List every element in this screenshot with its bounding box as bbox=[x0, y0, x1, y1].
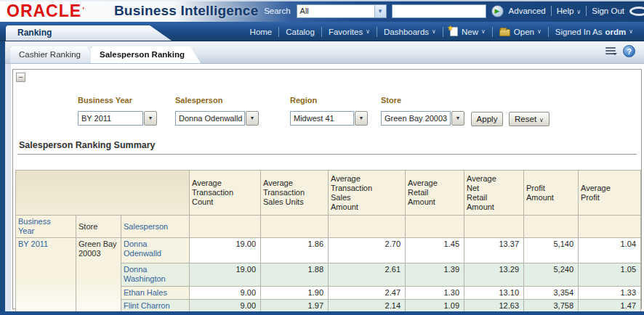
col-header-avg-transaction-count[interactable]: Average Transaction Count bbox=[190, 171, 261, 216]
open-label: Open bbox=[514, 28, 534, 36]
nav-open[interactable]: Open∨ bbox=[493, 22, 548, 41]
dropdown-arrow-icon[interactable]: ▼ bbox=[144, 111, 157, 126]
search-scope-select[interactable]: All ▾ bbox=[297, 4, 387, 18]
dashboard-tab-ranking[interactable]: Ranking bbox=[6, 25, 172, 41]
nav-dashboards[interactable]: Dashboards∨ bbox=[377, 22, 443, 41]
salesperson-ranking-table: Average Transaction Count Average Transa… bbox=[15, 170, 641, 313]
value-cell: 3,354 bbox=[524, 287, 579, 300]
business-year-label: Business Year bbox=[78, 96, 132, 105]
col-header-avg-transaction-sales-amount[interactable]: Average Transaction Sales Amount bbox=[329, 171, 406, 216]
tab-cashier-ranking[interactable]: Cashier Ranking bbox=[10, 46, 97, 63]
salesperson-value: Donna Odenwalld bbox=[175, 111, 245, 126]
chevron-down-icon: ∨ bbox=[539, 117, 544, 123]
apply-button[interactable]: Apply bbox=[471, 112, 503, 126]
left-navy-strip bbox=[0, 41, 5, 311]
help-icon[interactable]: ? bbox=[623, 45, 635, 57]
sign-out-link[interactable]: Sign Out bbox=[592, 7, 624, 15]
go-arrow-icon: ▶ bbox=[495, 8, 500, 15]
store-cell: Green Bay 20003 bbox=[76, 238, 121, 313]
nav-home[interactable]: Home bbox=[243, 22, 279, 41]
table-row: BY 2011 Green Bay 20003 Donna Odenwalld … bbox=[16, 238, 641, 263]
value-cell: 1.88 bbox=[261, 263, 329, 287]
value-cell: 1.86 bbox=[261, 238, 329, 263]
salesperson-link[interactable]: Donna Odenwalld bbox=[121, 238, 190, 263]
business-year-select[interactable]: BY 2011 ▼ bbox=[78, 111, 157, 126]
pivot-corner-cell bbox=[16, 171, 190, 216]
value-cell: 1.45 bbox=[406, 238, 464, 263]
col-header-avg-profit[interactable]: Average Profit bbox=[579, 171, 641, 216]
value-cell: 19.00 bbox=[190, 263, 261, 287]
col-header-profit-amount[interactable]: Profit Amount bbox=[524, 171, 579, 216]
business-year-value: BY 2011 bbox=[78, 111, 143, 126]
search-label: Search bbox=[264, 7, 290, 15]
advanced-link[interactable]: Advanced bbox=[509, 7, 546, 15]
signed-in-menu[interactable]: Signed In Asordm∨ bbox=[549, 22, 640, 41]
help-label: Help bbox=[557, 7, 574, 15]
salesperson-label: Salesperson bbox=[175, 96, 222, 105]
salesperson-link[interactable]: Donna Washington bbox=[121, 263, 190, 287]
col-header-business-year[interactable]: Business Year bbox=[16, 216, 76, 238]
dashboards-label: Dashboards bbox=[384, 28, 429, 36]
value-cell: 2.14 bbox=[329, 300, 406, 313]
header-spacer-cell bbox=[406, 216, 464, 238]
collapse-section-button[interactable]: − bbox=[16, 73, 25, 82]
value-cell: 1.39 bbox=[406, 263, 464, 287]
dropdown-arrow-icon[interactable]: ▼ bbox=[451, 111, 464, 126]
nav-new[interactable]: ★New∨ bbox=[443, 22, 492, 41]
nav-favorites[interactable]: Favorites∨ bbox=[322, 22, 377, 41]
col-header-avg-retail-amount[interactable]: Average Retail Amount bbox=[406, 171, 464, 216]
value-cell: 1.97 bbox=[261, 300, 329, 313]
header-spacer-cell bbox=[190, 216, 261, 238]
open-folder-icon bbox=[499, 29, 510, 36]
divider bbox=[586, 6, 587, 16]
reset-button[interactable]: Reset∨ bbox=[509, 112, 550, 126]
dropdown-arrow-icon[interactable]: ▼ bbox=[355, 111, 368, 126]
oracle-oval-icon bbox=[629, 7, 644, 16]
page-tab-bar: Cashier Ranking Salesperson Ranking ? bbox=[0, 41, 644, 64]
signed-in-label: Signed In As bbox=[555, 28, 603, 36]
col-header-salesperson[interactable]: Salesperson bbox=[121, 216, 190, 238]
oracle-logo: ORACLE’ bbox=[7, 1, 85, 20]
tab-salesperson-ranking[interactable]: Salesperson Ranking bbox=[91, 46, 201, 63]
help-menu[interactable]: Help∨ bbox=[557, 7, 581, 15]
col-header-store: Store bbox=[76, 216, 121, 238]
salesperson-link[interactable]: Flint Charron bbox=[121, 300, 190, 313]
store-select[interactable]: Green Bay 20003 ▼ bbox=[381, 111, 464, 126]
dropdown-arrow-icon[interactable]: ▼ bbox=[246, 111, 259, 126]
favorites-label: Favorites bbox=[329, 28, 363, 36]
search-go-button[interactable]: ▶ bbox=[491, 5, 504, 17]
chevron-down-icon: ∨ bbox=[537, 28, 542, 35]
salesperson-select[interactable]: Donna Odenwalld ▼ bbox=[175, 111, 259, 126]
store-label: Store bbox=[381, 96, 401, 105]
value-cell: 1.90 bbox=[261, 287, 329, 300]
chevron-down-icon: ∨ bbox=[481, 28, 486, 35]
salesperson-link[interactable]: Ethan Hales bbox=[121, 287, 190, 300]
divider bbox=[551, 6, 552, 16]
new-document-icon: ★ bbox=[450, 27, 458, 36]
section-title: Salesperson Ranking Summary bbox=[19, 140, 156, 150]
nav-catalog[interactable]: Catalog bbox=[279, 22, 321, 41]
value-cell: 13.29 bbox=[464, 263, 524, 287]
page-options-icon[interactable] bbox=[605, 47, 616, 56]
nav-links: Home Catalog Favorites∨ Dashboards∨ ★New… bbox=[243, 22, 640, 41]
oracle-logo-text: ORACLE bbox=[7, 1, 81, 20]
value-cell: 1.33 bbox=[579, 287, 641, 300]
search-input[interactable] bbox=[392, 4, 486, 18]
dashboard-panel: − Business Year Salesperson Region Store… bbox=[12, 69, 642, 309]
value-cell: 1.47 bbox=[579, 300, 641, 313]
col-header-avg-transaction-sales-units[interactable]: Average Transaction Sales Units bbox=[261, 171, 329, 216]
chevron-down-icon[interactable]: ▾ bbox=[374, 5, 386, 17]
oracle-bi-window: ORACLE’ Business Intelligence Search All… bbox=[0, 0, 644, 315]
window-bottom-border bbox=[0, 311, 644, 315]
value-cell: 9.00 bbox=[190, 300, 261, 313]
region-select[interactable]: Midwest 41 ▼ bbox=[290, 111, 368, 126]
col-header-avg-net-retail-amount[interactable]: Average Net Retail Amount bbox=[464, 171, 524, 216]
value-cell: 1.04 bbox=[579, 238, 641, 263]
value-cell: 9.00 bbox=[190, 287, 261, 300]
region-label: Region bbox=[290, 96, 317, 105]
value-cell: 1.09 bbox=[406, 300, 464, 313]
business-year-cell[interactable]: BY 2011 bbox=[16, 238, 76, 313]
header-spacer-cell bbox=[261, 216, 329, 238]
header-spacer-cell bbox=[524, 216, 579, 238]
username: ordm bbox=[605, 28, 626, 36]
